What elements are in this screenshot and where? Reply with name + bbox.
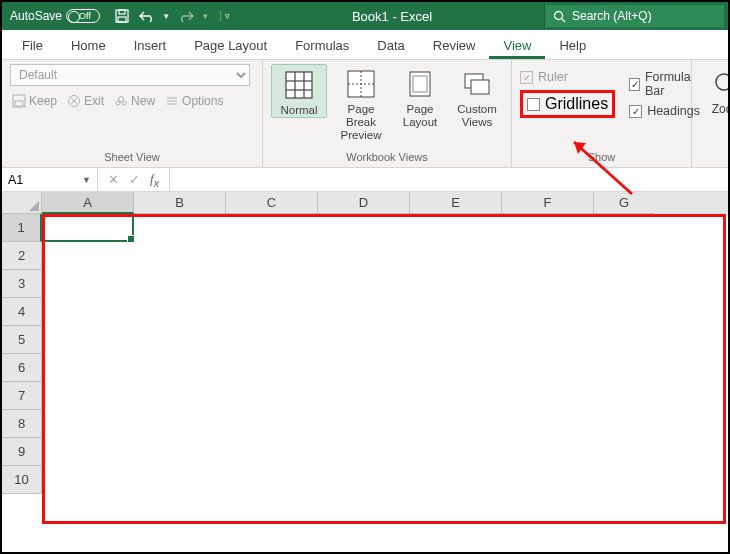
svg-point-11 <box>116 101 120 105</box>
document-title: Book1 - Excel <box>240 9 544 24</box>
formula-bar-row: A1▼ ✕ ✓ fx <box>2 168 728 192</box>
qat-overflow-icon[interactable]: ▿ <box>220 11 234 21</box>
cancel-icon[interactable]: ✕ <box>108 172 119 187</box>
row-header[interactable]: 6 <box>2 354 42 382</box>
svg-rect-27 <box>471 80 489 94</box>
autosave-toggle[interactable]: AutoSave Off <box>2 9 108 23</box>
search-placeholder: Search (Alt+Q) <box>572 9 652 23</box>
svg-rect-6 <box>15 101 23 106</box>
row-header[interactable]: 10 <box>2 466 42 494</box>
ribbon: Default Keep Exit New Options Sheet View… <box>2 60 728 168</box>
column-header[interactable]: C <box>226 192 318 214</box>
group-sheet-view: Default Keep Exit New Options Sheet View <box>2 60 263 167</box>
group-label: Show <box>520 149 683 165</box>
group-label: Sheet View <box>10 149 254 165</box>
tab-formulas[interactable]: Formulas <box>281 32 363 59</box>
name-box[interactable]: A1▼ <box>2 168 98 191</box>
formula-bar-checkbox[interactable]: Formula Bar <box>629 70 700 98</box>
page-layout-button[interactable]: Page Layout <box>395 64 445 129</box>
group-show: Ruler Gridlines Formula Bar Headings Sho… <box>512 60 692 167</box>
exit-button[interactable]: Exit <box>65 92 106 110</box>
title-bar: AutoSave Off ▾ ▾ ▿ Book1 - Excel Search … <box>2 2 728 30</box>
tab-home[interactable]: Home <box>57 32 120 59</box>
tab-insert[interactable]: Insert <box>120 32 181 59</box>
row-headers: 1 2 3 4 5 6 7 8 9 10 <box>2 214 42 494</box>
checkbox-icon <box>520 71 533 84</box>
worksheet-grid[interactable]: A B C D E F G 1 2 3 4 5 6 7 8 9 10 <box>2 192 728 494</box>
formula-bar-buttons: ✕ ✓ fx <box>98 168 170 191</box>
column-header[interactable]: D <box>318 192 410 214</box>
svg-point-3 <box>555 11 563 19</box>
enter-icon[interactable]: ✓ <box>129 172 140 187</box>
undo-icon[interactable] <box>138 9 156 23</box>
gridlines-checkbox[interactable]: Gridlines <box>520 90 615 118</box>
column-header[interactable]: G <box>594 192 654 214</box>
tab-help[interactable]: Help <box>545 32 600 59</box>
svg-point-10 <box>119 97 124 102</box>
group-zoom: Zoom <box>692 60 730 167</box>
checkbox-icon[interactable] <box>629 78 640 91</box>
qat-dropdown-icon[interactable]: ▾ <box>164 11 169 21</box>
keep-button[interactable]: Keep <box>10 92 59 110</box>
row-header[interactable]: 7 <box>2 382 42 410</box>
row-header[interactable]: 4 <box>2 298 42 326</box>
tab-file[interactable]: File <box>8 32 57 59</box>
column-header[interactable]: F <box>502 192 594 214</box>
select-all-corner[interactable] <box>2 192 42 214</box>
svg-rect-1 <box>119 10 125 14</box>
tab-view[interactable]: View <box>489 32 545 59</box>
checkbox-icon[interactable] <box>527 98 540 111</box>
formula-input[interactable] <box>170 168 728 191</box>
normal-view-button[interactable]: Normal <box>271 64 327 118</box>
quick-access-toolbar: ▾ ▾ ▿ <box>108 8 240 24</box>
svg-line-4 <box>562 18 566 22</box>
new-button[interactable]: New <box>112 92 157 110</box>
column-header[interactable]: B <box>134 192 226 214</box>
tab-data[interactable]: Data <box>363 32 418 59</box>
column-header[interactable]: A <box>42 192 134 214</box>
row-header[interactable]: 5 <box>2 326 42 354</box>
row-header[interactable]: 3 <box>2 270 42 298</box>
group-label: Workbook Views <box>271 149 503 165</box>
ruler-checkbox: Ruler <box>520 70 615 84</box>
active-cell[interactable] <box>42 214 134 242</box>
svg-point-28 <box>716 74 730 90</box>
custom-views-button[interactable]: Custom Views <box>451 64 503 129</box>
search-box[interactable]: Search (Alt+Q) <box>544 5 724 27</box>
sheet-view-select[interactable]: Default <box>10 64 250 86</box>
checkbox-icon[interactable] <box>629 105 642 118</box>
fx-icon[interactable]: fx <box>150 171 159 189</box>
qat-dropdown-icon[interactable]: ▾ <box>203 11 208 21</box>
zoom-button[interactable]: Zoom <box>700 64 730 116</box>
ribbon-tabs: File Home Insert Page Layout Formulas Da… <box>2 30 728 60</box>
page-break-preview-button[interactable]: Page Break Preview <box>333 64 389 143</box>
row-header[interactable]: 2 <box>2 242 42 270</box>
autosave-toggle-switch[interactable]: Off <box>66 9 100 23</box>
redo-icon[interactable] <box>177 9 195 23</box>
tab-page-layout[interactable]: Page Layout <box>180 32 281 59</box>
autosave-label: AutoSave <box>10 9 62 23</box>
save-icon[interactable] <box>114 8 130 24</box>
search-icon <box>553 10 566 23</box>
svg-point-12 <box>122 101 126 105</box>
options-button[interactable]: Options <box>163 92 225 110</box>
column-headers: A B C D E F G <box>2 192 728 214</box>
chevron-down-icon[interactable]: ▼ <box>82 175 91 185</box>
svg-rect-2 <box>118 17 126 22</box>
group-workbook-views: Normal Page Break Preview Page Layout Cu… <box>263 60 512 167</box>
cells-area[interactable] <box>42 214 728 494</box>
headings-checkbox[interactable]: Headings <box>629 104 700 118</box>
row-header[interactable]: 8 <box>2 410 42 438</box>
tab-review[interactable]: Review <box>419 32 490 59</box>
row-header[interactable]: 1 <box>2 214 42 242</box>
column-header[interactable]: E <box>410 192 502 214</box>
svg-rect-16 <box>286 72 312 98</box>
row-header[interactable]: 9 <box>2 438 42 466</box>
